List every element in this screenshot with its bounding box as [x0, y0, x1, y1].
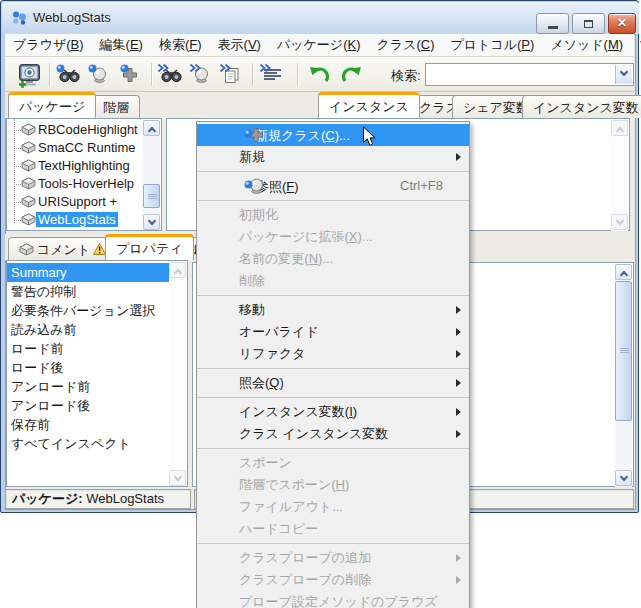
find-method-button[interactable] — [157, 61, 185, 88]
menu-item-spawn-hierarchy[interactable]: 階層でスポーン(H) — [197, 474, 469, 496]
property-item[interactable]: すべてインスペクト — [7, 434, 170, 453]
new-class-button[interactable] — [118, 61, 146, 88]
scroll-up-button[interactable] — [615, 264, 632, 280]
submenu-arrow-icon — [456, 554, 461, 562]
chevron-down-icon — [619, 473, 627, 481]
scroll-thumb[interactable] — [615, 281, 632, 421]
tree-connector — [14, 220, 21, 221]
menu-item-instance-variables[interactable]: インスタンス変数(I) — [197, 401, 469, 423]
menu-item-browse[interactable]: 参照(F)Ctrl+F8 — [197, 175, 469, 197]
menu-item-move[interactable]: 移動 — [197, 299, 469, 321]
menu-item-new[interactable]: 新規 — [197, 146, 469, 168]
thumb-grip — [148, 194, 157, 195]
scroll-down-button[interactable] — [611, 214, 628, 230]
status-label: パッケージ: — [12, 491, 83, 506]
menu-separator — [197, 397, 469, 398]
scroll-down-button[interactable] — [169, 470, 186, 486]
package-tree-item[interactable]: Tools-HoverHelp — [7, 175, 161, 193]
package-tree-item-label: Tools-HoverHelp — [36, 176, 136, 191]
undo-button[interactable] — [305, 61, 333, 88]
menu-edit[interactable]: 編集(E) — [92, 34, 151, 56]
scroll-up-button[interactable] — [169, 262, 186, 278]
menu-tools[interactable]: ツール — [631, 34, 641, 56]
menu-item-extend-package[interactable]: パッケージに拡張(X)... — [197, 226, 469, 248]
browse-method-button[interactable] — [189, 61, 217, 88]
menu-item-new-class[interactable]: 新規クラス(C)... — [197, 124, 469, 146]
chevron-down-icon — [173, 473, 181, 481]
menu-item-spawn[interactable]: スポーン — [197, 452, 469, 474]
tab-instance-variables[interactable]: インスタンス変数 — [522, 95, 641, 118]
package-tree-item[interactable]: TextHighlighting — [7, 157, 161, 175]
menu-item-remove-class-probe[interactable]: クラスプローブの削除 — [197, 569, 469, 591]
toolbar-separator — [49, 63, 50, 86]
package-tree-item[interactable]: URISupport + — [7, 193, 161, 211]
menu-view[interactable]: 表示(V) — [210, 34, 269, 56]
titlebar[interactable]: WebLogStats ✕ — [2, 2, 639, 34]
search-input[interactable] — [428, 66, 614, 83]
browse-list-button[interactable] — [259, 61, 287, 88]
package-tree-item-selected[interactable]: WebLogStats — [7, 211, 161, 229]
property-item[interactable]: アンロード前 — [7, 377, 170, 396]
property-item[interactable]: ロード後 — [7, 358, 170, 377]
menu-method[interactable]: メソッド(M) — [542, 34, 631, 56]
class-list-scrollbar[interactable] — [611, 120, 628, 231]
toolbar-separator — [252, 63, 253, 86]
chevron-up-icon — [619, 271, 627, 279]
menu-item-refactor[interactable]: リファクタ — [197, 343, 469, 365]
menu-item-delete[interactable]: 削除 — [197, 270, 469, 292]
close-button[interactable]: ✕ — [608, 13, 636, 34]
maximize-button[interactable] — [572, 13, 605, 34]
top-tab-row: パッケージ 階層 インスタンス クラス シェア変数 インスタンス変数 — [5, 92, 634, 118]
tab-properties[interactable]: プロパティ — [105, 234, 194, 260]
scroll-up-button[interactable] — [143, 120, 160, 136]
menu-protocol[interactable]: プロトコル(P) — [443, 34, 543, 56]
menu-find[interactable]: 検索(F) — [151, 34, 210, 56]
menu-package[interactable]: パッケージ(K) — [269, 34, 369, 56]
tab-instance[interactable]: インスタンス — [318, 92, 420, 118]
redo-button[interactable] — [337, 61, 365, 88]
property-item[interactable]: 警告の抑制 — [7, 282, 170, 301]
tab-comment-label: コメント — [37, 242, 90, 257]
chevron-up-icon — [615, 127, 623, 135]
package-tree-item[interactable]: RBCodeHighlight — [7, 121, 161, 139]
menu-item-add-class-probe[interactable]: クラスプローブの追加 — [197, 547, 469, 569]
editor-scrollbar[interactable] — [615, 264, 632, 487]
menu-separator — [197, 543, 469, 544]
menu-class[interactable]: クラス(C) — [369, 34, 443, 56]
property-item[interactable]: 必要条件バージョン選択 — [7, 301, 170, 320]
copy-method-button[interactable] — [219, 61, 247, 88]
scroll-up-button[interactable] — [611, 120, 628, 136]
find-class-button[interactable] — [55, 61, 83, 88]
minimize-button[interactable] — [536, 13, 569, 34]
package-tree-scrollbar[interactable] — [143, 120, 160, 231]
property-item[interactable]: アンロード後 — [7, 396, 170, 415]
property-item[interactable]: 保存前 — [7, 415, 170, 434]
search-combobox[interactable] — [425, 63, 634, 86]
menu-item-override[interactable]: オーバライド — [197, 321, 469, 343]
menu-separator — [197, 448, 469, 449]
tab-packages[interactable]: パッケージ — [8, 92, 96, 118]
menu-browser[interactable]: ブラウザ(B) — [5, 34, 92, 56]
chevrons-icon — [219, 61, 231, 76]
property-item[interactable]: 読み込み前 — [7, 320, 170, 339]
system-browser-button[interactable] — [15, 61, 43, 88]
property-item-selected[interactable]: Summary — [7, 263, 170, 282]
tab-comment[interactable]: コメント — [8, 237, 117, 260]
scroll-down-button[interactable] — [143, 214, 160, 230]
menu-item-browse-probe-methods[interactable]: プローブ設定メソッドのブラウズ — [197, 591, 469, 608]
property-item[interactable]: ロード前 — [7, 339, 170, 358]
combo-dropdown-button[interactable] — [615, 65, 632, 84]
browse-class-button[interactable] — [87, 61, 115, 88]
tab-hierarchy[interactable]: 階層 — [92, 95, 140, 118]
menu-item-initialize[interactable]: 初期化 — [197, 204, 469, 226]
scroll-thumb[interactable] — [143, 184, 160, 208]
scroll-down-button[interactable] — [615, 470, 632, 486]
submenu-arrow-icon — [456, 350, 461, 358]
menu-item-query[interactable]: 照会(Q) — [197, 372, 469, 394]
menu-item-file-out[interactable]: ファイルアウト... — [197, 496, 469, 518]
menu-item-hardcopy[interactable]: ハードコピー — [197, 518, 469, 540]
menu-item-class-instance-variables[interactable]: クラス インスタンス変数 — [197, 423, 469, 445]
package-tree-item[interactable]: SmaCC Runtime — [7, 139, 161, 157]
menu-item-rename[interactable]: 名前の変更(N)... — [197, 248, 469, 270]
properties-scrollbar[interactable] — [169, 262, 186, 487]
